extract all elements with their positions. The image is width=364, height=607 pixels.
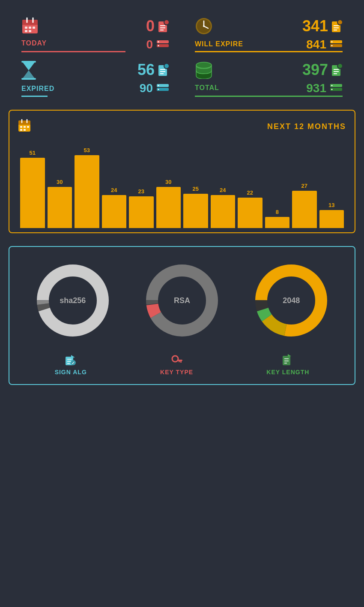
key-type-footer: KEY TYPE bbox=[160, 354, 193, 376]
total-cert-count: 397 bbox=[302, 61, 328, 79]
key-length-footer-label: KEY LENGTH bbox=[266, 369, 309, 376]
bar bbox=[238, 198, 263, 228]
expired-cert-count: 56 bbox=[137, 61, 155, 79]
svg-point-43 bbox=[158, 89, 159, 90]
key-length-chart: 2048 bbox=[251, 260, 332, 341]
svg-point-31 bbox=[331, 41, 333, 42]
key-type-icon bbox=[171, 354, 183, 366]
svg-rect-9 bbox=[29, 30, 31, 32]
stats-grid: TODAY 0 0 bbox=[9, 9, 355, 97]
svg-rect-62 bbox=[27, 126, 29, 128]
bar-value: 53 bbox=[84, 147, 90, 153]
stat-card-total: TOTAL 397 931 bbox=[182, 52, 355, 97]
bar bbox=[129, 196, 154, 228]
stat-card-today: TODAY 0 0 bbox=[9, 9, 182, 52]
key-type-chart: RSA bbox=[141, 260, 223, 341]
server-icon-will-expire bbox=[330, 40, 343, 49]
svg-rect-86 bbox=[283, 356, 290, 365]
sign-alg-svg-wrap: sha256 bbox=[32, 260, 113, 341]
bar-group: 53 bbox=[75, 147, 99, 228]
bar-group: 24 bbox=[211, 187, 236, 228]
bar-group: 25 bbox=[183, 186, 208, 228]
bar bbox=[20, 158, 45, 228]
bar bbox=[183, 194, 208, 228]
key-length-svg-wrap: 2048 bbox=[251, 260, 332, 341]
svg-text:✓: ✓ bbox=[72, 361, 75, 365]
bar-group: 51 bbox=[20, 150, 45, 228]
today-server-count: 0 bbox=[146, 38, 153, 51]
bar-group: 13 bbox=[319, 202, 344, 228]
svg-rect-60 bbox=[20, 126, 22, 128]
sign-alg-center: sha256 bbox=[60, 296, 86, 305]
svg-rect-6 bbox=[29, 27, 31, 29]
key-length-footer: KEY LENGTH bbox=[266, 354, 309, 376]
bar bbox=[156, 187, 181, 228]
sign-alg-icon: ✓ bbox=[65, 354, 77, 366]
donut-section: sha256 RSA bbox=[9, 246, 355, 385]
chart-section: NEXT 12 MONTHS 51 30 53 24 23 30 25 24 bbox=[9, 110, 355, 233]
server-icon-today bbox=[156, 40, 169, 49]
bar-group: 24 bbox=[102, 187, 127, 228]
key-type-footer-label: KEY TYPE bbox=[160, 369, 193, 376]
bar-group: 8 bbox=[265, 209, 290, 228]
svg-rect-7 bbox=[33, 27, 35, 29]
bar-value: 22 bbox=[247, 189, 253, 196]
chart-title: NEXT 12 MONTHS bbox=[267, 122, 346, 131]
total-numbers: 397 931 bbox=[302, 61, 343, 98]
expired-server-count: 90 bbox=[140, 81, 153, 95]
cert-icon-expired bbox=[158, 63, 169, 76]
stat-card-expired: EXPIRED 56 90 bbox=[9, 52, 182, 97]
bar-value: 24 bbox=[111, 187, 117, 193]
svg-rect-64 bbox=[24, 129, 26, 131]
will-expire-numbers: 341 841 bbox=[302, 17, 343, 54]
svg-point-36 bbox=[164, 63, 169, 69]
bar-group: 23 bbox=[129, 188, 154, 228]
today-cert-count: 0 bbox=[146, 17, 155, 35]
donut-footer: ✓ SIGN ALG KEY TYPE KEY LENGTH bbox=[18, 350, 346, 376]
svg-rect-5 bbox=[25, 27, 27, 29]
chart-bars: 51 30 53 24 23 30 25 24 22 8 bbox=[18, 142, 346, 228]
bar bbox=[292, 191, 317, 228]
chart-header: NEXT 12 MONTHS bbox=[18, 119, 346, 134]
will-expire-server-count: 841 bbox=[306, 38, 326, 51]
bar-value: 30 bbox=[57, 179, 63, 185]
svg-point-18 bbox=[158, 45, 159, 46]
svg-rect-34 bbox=[21, 78, 36, 80]
svg-rect-8 bbox=[25, 30, 27, 32]
svg-point-82 bbox=[172, 356, 178, 362]
svg-rect-61 bbox=[24, 126, 26, 128]
svg-marker-87 bbox=[288, 354, 291, 356]
bar bbox=[211, 195, 236, 228]
expired-numbers: 56 90 bbox=[137, 61, 169, 98]
svg-point-23 bbox=[203, 25, 205, 27]
cert-icon-will-expire bbox=[331, 20, 343, 33]
key-length-icon bbox=[282, 354, 294, 366]
svg-rect-2 bbox=[22, 22, 38, 25]
donut-container: sha256 RSA bbox=[18, 260, 346, 341]
bar-value: 25 bbox=[193, 186, 199, 192]
bar-group: 30 bbox=[48, 179, 72, 228]
svg-rect-33 bbox=[21, 61, 36, 63]
cert-icon-today bbox=[158, 20, 169, 33]
bar bbox=[48, 187, 72, 228]
bar-value: 30 bbox=[165, 179, 171, 185]
chart-calendar-icon bbox=[18, 119, 31, 134]
bar-value: 8 bbox=[276, 209, 279, 215]
sign-alg-footer: ✓ SIGN ALG bbox=[55, 354, 87, 376]
svg-point-53 bbox=[331, 85, 333, 86]
today-numbers: 0 0 bbox=[146, 17, 169, 54]
svg-point-42 bbox=[158, 85, 159, 86]
svg-point-17 bbox=[158, 41, 159, 42]
stat-card-will-expire: WILL EXPIRE 341 841 bbox=[182, 9, 355, 52]
total-server-count: 931 bbox=[306, 81, 326, 95]
will-expire-cert-count: 341 bbox=[302, 17, 328, 35]
sign-alg-footer-label: SIGN ALG bbox=[55, 369, 87, 376]
key-length-center: 2048 bbox=[283, 296, 300, 305]
sign-alg-chart: sha256 bbox=[32, 260, 113, 341]
svg-point-47 bbox=[337, 63, 343, 69]
bar-value: 24 bbox=[220, 187, 226, 193]
cert-icon-total bbox=[331, 63, 343, 76]
server-icon-total bbox=[330, 84, 343, 93]
bar-value: 27 bbox=[301, 183, 307, 189]
svg-rect-63 bbox=[20, 129, 22, 131]
